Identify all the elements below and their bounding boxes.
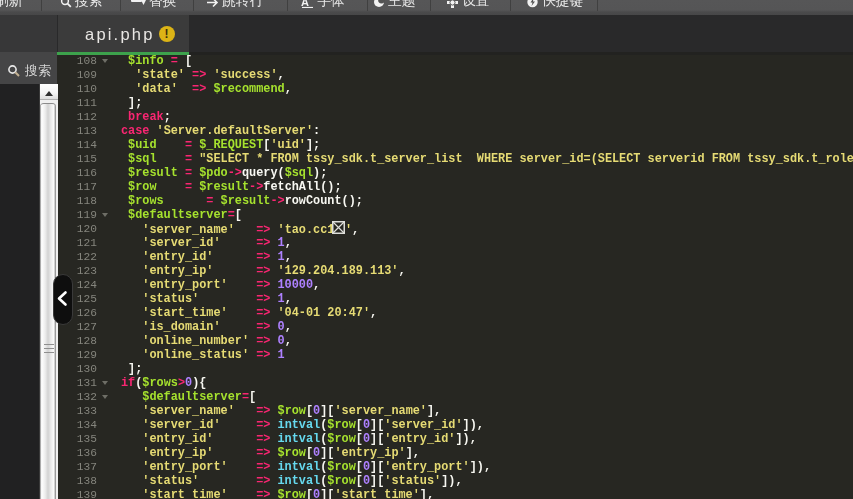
svg-text:A: A <box>301 0 309 8</box>
